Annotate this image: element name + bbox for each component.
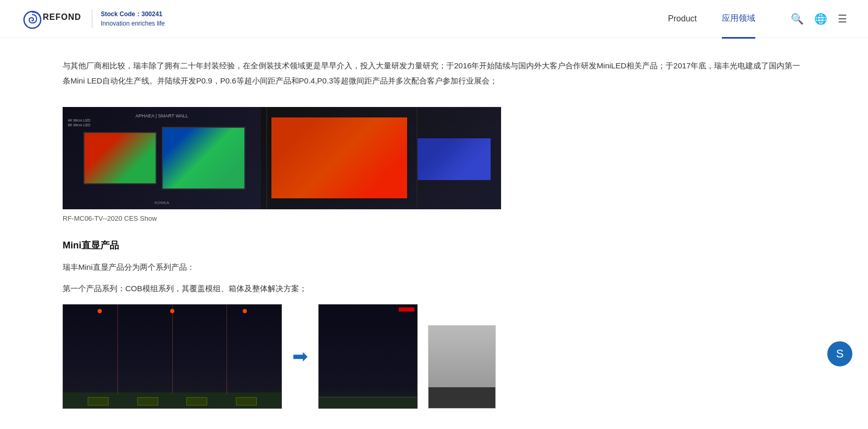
micro-led-labels: 4K Micro LED 8K Micro LED [68, 118, 90, 127]
booth-divider2 [417, 107, 418, 209]
led-display-left: APHAEA | SMART WALL 4K Micro LED 8K Micr… [63, 107, 261, 209]
cob-panel-image [63, 304, 282, 409]
chat-icon: S [836, 347, 844, 361]
panel-section-4 [227, 305, 281, 408]
header: REFOND Stock Code：300241 Innovation enri… [0, 0, 868, 38]
led-screen-right-main [271, 117, 407, 198]
logo: REFOND [21, 7, 84, 30]
image-caption: RF-MC06-TV--2020 CES Show [63, 214, 805, 222]
nav-icons: 🔍 🌐 ☰ [791, 13, 847, 25]
panel-bottom-elements [74, 397, 271, 406]
product-small-top [429, 326, 495, 388]
paragraph-2: 第一个产品系列：COB模组系列，其覆盖模组、箱体及整体解决方案； [63, 281, 805, 296]
tagline: Innovation enriches life [101, 19, 165, 28]
konka-label: KONKA [154, 200, 169, 205]
chat-button[interactable]: S [827, 341, 852, 366]
menu-icon[interactable]: ☰ [838, 13, 847, 25]
search-icon[interactable]: 🔍 [791, 13, 804, 25]
panel-section-2 [118, 305, 173, 408]
led-screen-right-sm [418, 138, 491, 180]
cabinet-base [319, 398, 417, 408]
led-screen-right [162, 127, 245, 189]
svg-text:REFOND: REFOND [43, 13, 81, 21]
nav-area: Product 应用领域 🔍 🌐 ☰ [165, 11, 847, 26]
aphaea-label: APHAEA | SMART WALL [135, 113, 188, 118]
arrow-icon: ➡ [292, 345, 308, 367]
exhibition-images: APHAEA | SMART WALL 4K Micro LED 8K Micr… [63, 107, 501, 209]
main-content: 与其他厂商相比较，瑞丰除了拥有二十年封装经验，在全倒装技术领域更是早早介入，投入… [0, 38, 868, 429]
product-images-row: ➡ [63, 304, 805, 409]
nav-yingyong[interactable]: 应用领域 [722, 11, 755, 26]
cabinet-divider [319, 397, 417, 398]
logo-area: REFOND Stock Code：300241 Innovation enri… [21, 7, 165, 30]
cabinet-image [318, 304, 418, 409]
section-heading: Mini直显产品 [63, 239, 805, 252]
exhibition-image-left: APHAEA | SMART WALL 4K Micro LED 8K Micr… [63, 107, 261, 209]
paragraph-1: 瑞丰Mini直显产品分为两个系列产品： [63, 260, 805, 275]
panel-section-1 [63, 305, 118, 408]
product-small-image [428, 325, 496, 409]
led-screen-left [84, 132, 157, 184]
nav-product[interactable]: Product [668, 12, 697, 26]
exhibition-image-right [261, 107, 501, 209]
intro-paragraph: 与其他厂商相比较，瑞丰除了拥有二十年封装经验，在全倒装技术领域更是早早介入，投入… [63, 58, 805, 88]
globe-icon[interactable]: 🌐 [814, 13, 827, 25]
panel-dots-top [63, 309, 281, 313]
product-small-bottom [429, 387, 495, 408]
stock-info: Stock Code：300241 Innovation enriches li… [92, 9, 165, 28]
booth-divider [266, 107, 267, 209]
panel-section-3 [173, 305, 228, 408]
cabinet-red-element [399, 307, 414, 312]
stock-code: Stock Code：300241 [101, 9, 165, 19]
led-display-right [261, 107, 501, 209]
